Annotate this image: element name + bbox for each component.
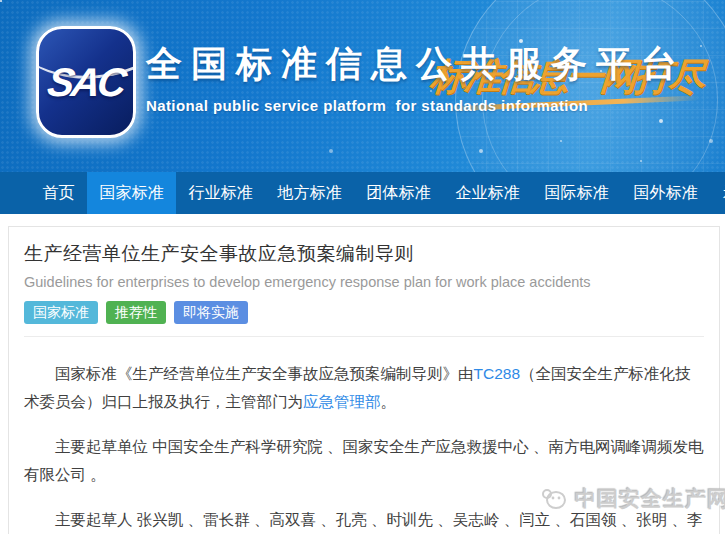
site-title-cn: 全国标准信息公共服务平台 — [146, 40, 686, 89]
nav-item-national-standard[interactable]: 国家标准 — [87, 172, 176, 214]
paragraph-committee: 国家标准《生产经营单位生产安全事故应急预案编制导则》由TC288（全国安全生产标… — [24, 360, 704, 416]
nav-item-pilot-demonstration[interactable]: 示范试点 — [710, 172, 725, 214]
page: 标准信息一网打尽 SAC 全国标准信息公共服务平台 National publi… — [0, 0, 725, 534]
link-tc288[interactable]: TC288 — [474, 365, 521, 382]
text-segment: 国家标准《生产经营单位生产安全事故应急预案编制导则》由 — [55, 365, 474, 382]
nav-item-group-standard[interactable]: 团体标准 — [354, 172, 443, 214]
spark-dots — [0, 0, 2, 2]
cnsafety-logo-icon — [540, 486, 570, 512]
sac-logo[interactable]: SAC — [36, 26, 136, 138]
watermark: 中国安全生产网 — [540, 485, 725, 513]
tag-list: 国家标准推荐性即将实施 — [24, 301, 704, 324]
nav-item-home[interactable]: 首页 — [30, 172, 87, 214]
main-nav: 首页国家标准行业标准地方标准团体标准企业标准国际标准国外标准示范试点重点工程 — [0, 172, 725, 214]
standard-title-cn: 生产经营单位生产安全事故应急预案编制导则 — [24, 241, 704, 267]
site-header: 标准信息一网打尽 SAC 全国标准信息公共服务平台 National publi… — [0, 0, 725, 172]
nav-item-foreign-standard[interactable]: 国外标准 — [621, 172, 710, 214]
standard-title-en: Guidelines for enterprises to develop em… — [24, 274, 704, 290]
tag-upcoming: 即将实施 — [174, 301, 248, 324]
nav-item-international-standard[interactable]: 国际标准 — [532, 172, 621, 214]
divider — [24, 336, 704, 337]
sac-logo-text: SAC — [45, 60, 127, 105]
link-emergency-ministry[interactable]: 应急管理部 — [303, 393, 381, 410]
paragraph-drafting-orgs: 主要起草单位 中国安全生产科学研究院 、国家安全生产应急救援中心 、南方电网调峰… — [24, 433, 704, 489]
watermark-text: 中国安全生产网 — [575, 485, 725, 513]
tag-national-standard: 国家标准 — [24, 301, 98, 324]
nav-item-enterprise-standard[interactable]: 企业标准 — [443, 172, 532, 214]
tag-recommended: 推荐性 — [106, 301, 166, 324]
nav-item-industry-standard[interactable]: 行业标准 — [176, 172, 265, 214]
nav-item-local-standard[interactable]: 地方标准 — [265, 172, 354, 214]
site-titles: 全国标准信息公共服务平台 National public service pla… — [146, 40, 686, 114]
text-segment: 。 — [381, 393, 397, 410]
site-title-en: National public service platform for sta… — [146, 97, 686, 114]
